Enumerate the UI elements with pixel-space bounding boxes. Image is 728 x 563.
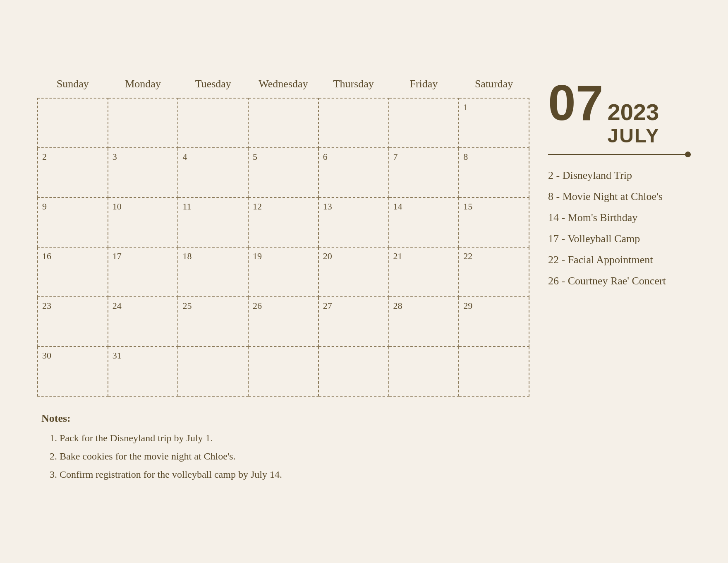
month-number: 07 xyxy=(548,78,603,128)
calendar-week-4: 16171819202122 xyxy=(38,247,529,297)
year-month-header: 07 2023 JULY xyxy=(548,78,691,147)
date-number: 20 xyxy=(323,251,332,261)
page-container: SundayMondayTuesdayWednesdayThursdayFrid… xyxy=(21,57,707,506)
calendar-cell: 19 xyxy=(248,247,318,297)
calendar-cell: 14 xyxy=(389,197,459,247)
day-header-monday: Monday xyxy=(108,74,178,98)
calendar-cell: 17 xyxy=(108,247,178,297)
day-header-friday: Friday xyxy=(389,74,459,98)
calendar-cell: 24 xyxy=(108,297,178,346)
sidebar: 07 2023 JULY 2 - Disneyland Trip8 - Movi… xyxy=(529,74,691,294)
date-number: 29 xyxy=(463,301,472,311)
date-number: 6 xyxy=(323,152,328,162)
calendar-cell: 22 xyxy=(459,247,529,297)
date-number: 24 xyxy=(113,301,122,311)
calendar-cell: 16 xyxy=(38,247,108,297)
calendar-cell xyxy=(389,346,459,396)
notes-section: Notes: 1. Pack for the Disneyland trip b… xyxy=(37,412,529,482)
date-number: 1 xyxy=(463,102,468,112)
date-number: 10 xyxy=(113,201,122,212)
calendar-cell: 9 xyxy=(38,197,108,247)
date-number: 18 xyxy=(182,251,192,261)
date-number: 28 xyxy=(393,301,402,311)
calendar-cell: 13 xyxy=(318,197,389,247)
calendar-cell xyxy=(389,98,459,148)
calendar-week-6: 3031 xyxy=(38,346,529,396)
date-number: 25 xyxy=(182,301,192,311)
date-number: 21 xyxy=(393,251,402,261)
calendar-grid: SundayMondayTuesdayWednesdayThursdayFrid… xyxy=(37,74,529,397)
day-header-sunday: Sunday xyxy=(38,74,108,98)
calendar-cell: 28 xyxy=(389,297,459,346)
date-number: 23 xyxy=(42,301,51,311)
calendar-cell: 4 xyxy=(178,148,248,197)
calendar-cell xyxy=(178,346,248,396)
date-number: 31 xyxy=(113,350,122,361)
note-item: 2. Bake cookies for the movie night at C… xyxy=(50,449,529,464)
calendar-cell: 23 xyxy=(38,297,108,346)
calendar-cell: 10 xyxy=(108,197,178,247)
event-item: 14 - Mom's Birthday xyxy=(548,209,691,226)
date-number: 22 xyxy=(463,251,472,261)
date-number: 13 xyxy=(323,201,332,212)
date-number: 8 xyxy=(463,152,468,162)
calendar-cell: 25 xyxy=(178,297,248,346)
year-text-block: 2023 JULY xyxy=(607,99,659,147)
date-number: 5 xyxy=(253,152,257,162)
divider-line xyxy=(548,154,691,155)
event-item: 17 - Volleyball Camp xyxy=(548,231,691,247)
event-item: 22 - Facial Appointment xyxy=(548,252,691,268)
calendar-cell xyxy=(248,98,318,148)
calendar-cell: 7 xyxy=(389,148,459,197)
date-number: 27 xyxy=(323,301,332,311)
date-number: 3 xyxy=(113,152,117,162)
calendar-cell: 12 xyxy=(248,197,318,247)
date-number: 17 xyxy=(113,251,122,261)
notes-title: Notes: xyxy=(41,412,529,425)
calendar-cell: 31 xyxy=(108,346,178,396)
date-number: 7 xyxy=(393,152,398,162)
calendar-cell xyxy=(38,98,108,148)
date-number: 19 xyxy=(253,251,262,261)
event-item: 8 - Movie Night at Chloe's xyxy=(548,188,691,205)
day-header-thursday: Thursday xyxy=(318,74,389,98)
calendar-cell: 30 xyxy=(38,346,108,396)
calendar-cell: 8 xyxy=(459,148,529,197)
event-item: 26 - Courtney Rae' Concert xyxy=(548,273,691,289)
day-header-row: SundayMondayTuesdayWednesdayThursdayFrid… xyxy=(38,74,529,98)
date-number: 16 xyxy=(42,251,51,261)
calendar-cell: 26 xyxy=(248,297,318,346)
day-header-tuesday: Tuesday xyxy=(178,74,248,98)
date-number: 2 xyxy=(42,152,47,162)
calendar-cell: 5 xyxy=(248,148,318,197)
notes-list: 1. Pack for the Disneyland trip by July … xyxy=(41,431,529,482)
date-number: 4 xyxy=(182,152,187,162)
calendar-cell: 1 xyxy=(459,98,529,148)
calendar-cell: 6 xyxy=(318,148,389,197)
day-header-saturday: Saturday xyxy=(459,74,529,98)
calendar-cell: 15 xyxy=(459,197,529,247)
date-number: 14 xyxy=(393,201,402,212)
calendar-cell: 21 xyxy=(389,247,459,297)
calendar-cell: 3 xyxy=(108,148,178,197)
calendar-cell: 11 xyxy=(178,197,248,247)
note-item: 1. Pack for the Disneyland trip by July … xyxy=(50,431,529,445)
main-layout: SundayMondayTuesdayWednesdayThursdayFrid… xyxy=(37,74,691,485)
date-number: 11 xyxy=(182,201,191,212)
calendar-cell: 18 xyxy=(178,247,248,297)
date-number: 30 xyxy=(42,350,51,361)
date-number: 12 xyxy=(253,201,262,212)
month-name: JULY xyxy=(607,125,659,147)
calendar-body: 1234567891011121314151617181920212223242… xyxy=(38,98,529,396)
calendar-week-2: 2345678 xyxy=(38,148,529,197)
calendar-cell: 27 xyxy=(318,297,389,346)
calendar-cell: 20 xyxy=(318,247,389,297)
year-text: 2023 xyxy=(607,99,659,125)
calendar-cell xyxy=(318,346,389,396)
calendar-week-3: 9101112131415 xyxy=(38,197,529,247)
day-header-wednesday: Wednesday xyxy=(248,74,318,98)
calendar-cell xyxy=(248,346,318,396)
note-item: 3. Confirm registration for the volleyba… xyxy=(50,467,529,482)
calendar-cell xyxy=(178,98,248,148)
calendar-week-1: 1 xyxy=(38,98,529,148)
